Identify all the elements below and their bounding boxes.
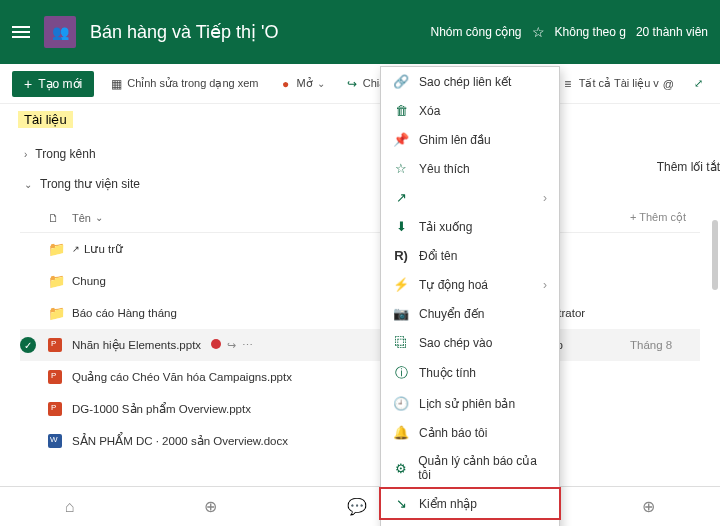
menu-label: Chuyển đến xyxy=(419,307,484,321)
menu-icon: ☆ xyxy=(393,161,409,176)
grid-icon: ▦ xyxy=(109,77,123,91)
file-row[interactable]: SẢN PHẨM DC · 2000 sản Overview.docxAugu… xyxy=(20,425,700,457)
menu-item[interactable]: 📷Chuyển đến xyxy=(381,299,559,328)
context-menu: 🔗Sao chép liên kết🗑Xóa📌Ghim lên đầu☆Yêu … xyxy=(380,66,560,526)
menu-icon: ↗ xyxy=(393,190,409,205)
open-icon: ● xyxy=(279,77,293,91)
folder-icon: 📁 xyxy=(48,241,65,257)
site-logo: 👥 xyxy=(44,16,76,48)
menu-label: Cảnh báo tôi xyxy=(419,426,487,440)
modifiedby-cell: n xyxy=(550,403,630,415)
modifiedby-cell: istrator xyxy=(550,307,630,319)
menu-icon: ⚙ xyxy=(393,461,408,476)
chevron-right-icon: › xyxy=(24,149,27,160)
menu-label: Yêu thích xyxy=(419,162,470,176)
chevron-down-icon: ⌄ xyxy=(24,179,32,190)
menu-label: Tải xuống xyxy=(419,220,472,234)
menu-icon: 🔗 xyxy=(393,74,409,89)
menu-item[interactable]: ↗Bỏ kiểm xuất xyxy=(381,518,559,526)
share-icon[interactable]: ↪ xyxy=(227,339,236,352)
list-icon: ≡ xyxy=(561,77,575,91)
menu-icon: 📷 xyxy=(393,306,409,321)
new-button[interactable]: Tạo mới xyxy=(12,71,94,97)
menu-icon: 📌 xyxy=(393,132,409,147)
menu-icon: 🔔 xyxy=(393,425,409,440)
file-row[interactable]: Quảng cáo Chéo Văn hóa Campaigns.pptxThá… xyxy=(20,361,700,393)
folder-icon: 📁 xyxy=(48,305,65,321)
site-title: Bán hàng và Tiếp thị 'O xyxy=(90,21,430,43)
tree-library[interactable]: ⌄Trong thư viện site xyxy=(0,169,720,199)
view-selector[interactable]: ≡Tất cả Tài liệu v@ xyxy=(556,74,679,94)
folder-icon: 📁 xyxy=(48,273,65,289)
group-type: Nhóm công cộng xyxy=(430,25,521,39)
nav-home-icon[interactable]: ⌂ xyxy=(65,498,75,516)
menu-item[interactable]: 🕘Lịch sử phiên bản xyxy=(381,389,559,418)
menu-item[interactable]: ↗ xyxy=(381,183,559,212)
add-column[interactable]: + Thêm cột xyxy=(630,211,700,224)
hamburger-menu[interactable] xyxy=(12,26,30,38)
menu-label: Sao chép vào xyxy=(419,336,492,350)
file-row[interactable]: ✓Nhãn hiệu Elements.pptx↪⋯Chúng tôippThá… xyxy=(20,329,700,361)
menu-item[interactable]: 🔗Sao chép liên kết xyxy=(381,67,559,96)
menu-label: Đổi tên xyxy=(419,249,457,263)
menu-label: Sao chép liên kết xyxy=(419,75,511,89)
add-shortcut[interactable]: Thêm lối tắt xyxy=(657,156,720,178)
menu-item[interactable]: ⬇Tải xuống xyxy=(381,212,559,241)
powerpoint-icon xyxy=(48,402,62,416)
check-icon[interactable]: ✓ xyxy=(20,337,36,353)
column-headers: 🗋 Tên⌄ Sửa đổi y + Thêm cột xyxy=(20,203,700,233)
modifiedby-cell: pp xyxy=(550,339,630,351)
menu-icon: ⓘ xyxy=(393,364,409,382)
menu-icon: ⬇ xyxy=(393,219,409,234)
members-count[interactable]: 20 thành viên xyxy=(636,25,708,39)
nav-add-icon[interactable]: ⊕ xyxy=(642,497,655,516)
file-type-header[interactable]: 🗋 xyxy=(48,212,72,224)
menu-item[interactable]: ⓘThuộc tính xyxy=(381,357,559,389)
follow-label[interactable]: Không theo g xyxy=(555,25,626,39)
library-title: Tài liệu xyxy=(0,104,720,135)
menu-label: Xóa xyxy=(419,104,440,118)
follow-star-icon[interactable]: ☆ xyxy=(532,24,545,40)
more-icon[interactable]: ⋯ xyxy=(242,339,253,352)
menu-item[interactable]: ☆Yêu thích xyxy=(381,154,559,183)
menu-item[interactable]: ⿻Sao chép vào xyxy=(381,328,559,357)
file-row[interactable]: DG-1000 Sản phẩm Overview.pptxTháng 8n xyxy=(20,393,700,425)
menu-label: Ghim lên đầu xyxy=(419,133,491,147)
menu-icon: 🕘 xyxy=(393,396,409,411)
file-row[interactable]: 📁↗Lưu trữĐồng ý xyxy=(20,233,700,265)
edit-in-view[interactable]: ▦Chỉnh sửa trong dạng xem xyxy=(104,74,263,94)
menu-icon: 🗑 xyxy=(393,103,409,118)
share-icon: ↪ xyxy=(345,77,359,91)
powerpoint-icon xyxy=(48,338,62,352)
file-row[interactable]: 📁Chung xyxy=(20,265,700,297)
menu-item[interactable]: ↘Kiểm nhập xyxy=(379,487,561,520)
menu-icon: ⿻ xyxy=(393,335,409,350)
menu-label: Tự động hoá xyxy=(419,278,488,292)
modifiedby-header[interactable]: y xyxy=(550,212,630,224)
open-button[interactable]: ●Mở⌄ xyxy=(274,74,330,94)
menu-item[interactable]: 🗑Xóa xyxy=(381,96,559,125)
menu-label: Kiểm nhập xyxy=(419,497,477,511)
menu-item[interactable]: 🔔Cảnh báo tôi xyxy=(381,418,559,447)
menu-icon: ↘ xyxy=(393,496,409,511)
menu-label: Quản lý cảnh báo của tôi xyxy=(418,454,547,482)
tree-channel[interactable]: ›Trong kênh xyxy=(0,139,720,169)
checkout-icon xyxy=(211,339,221,349)
file-row[interactable]: 📁Báo cáo Hàng thángTháng 8istrator xyxy=(20,297,700,329)
powerpoint-icon xyxy=(48,370,62,384)
word-icon xyxy=(48,434,62,448)
menu-label: Lịch sử phiên bản xyxy=(419,397,515,411)
menu-item[interactable]: 📌Ghim lên đầu xyxy=(381,125,559,154)
menu-item[interactable]: ⚡Tự động hoá xyxy=(381,270,559,299)
scrollbar[interactable] xyxy=(712,220,718,290)
menu-item[interactable]: ⚙Quản lý cảnh báo của tôi xyxy=(381,447,559,489)
menu-icon: ⚡ xyxy=(393,277,409,292)
menu-icon: R) xyxy=(393,248,409,263)
menu-label: Thuộc tính xyxy=(419,366,476,380)
expand-icon[interactable]: ⤢ xyxy=(689,74,708,93)
menu-item[interactable]: R)Đổi tên xyxy=(381,241,559,270)
nav-globe-icon[interactable]: ⊕ xyxy=(204,497,217,516)
nav-chat-icon[interactable]: 💬 xyxy=(347,497,367,516)
